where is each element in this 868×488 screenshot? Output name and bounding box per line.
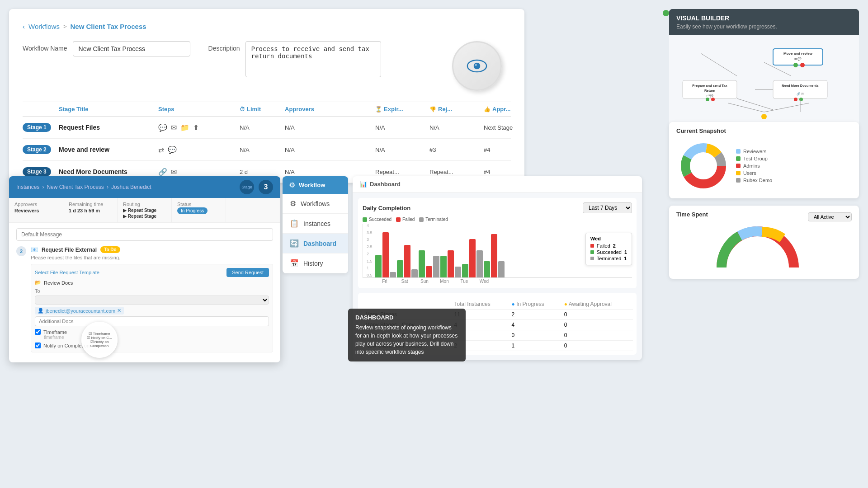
breadcrumb-workflows[interactable]: Workflows [28, 23, 60, 30]
visual-builder-panel: VISUAL BUILDER Easily see how your workf… [669, 9, 859, 139]
snapshot-title: Current Snapshot [676, 127, 852, 134]
dashboard-tooltip-overlay: DASHBOARD Review snapshots of ongoing wo… [348, 309, 466, 361]
day-sun: Sun [415, 279, 434, 284]
vb-title: VISUAL BUILDER [676, 14, 852, 22]
folder-docs-icon: 📂 [35, 280, 41, 286]
visual-eye-icon[interactable] [452, 41, 502, 91]
additional-docs-input[interactable] [35, 316, 269, 326]
table-row: Stage 1 Request Files 💬 ✉ 📁 ⬆ N/A N/A N/… [23, 117, 511, 139]
workflow-name-label: Workflow Name [23, 41, 67, 52]
remove-email-icon[interactable]: ✕ [117, 308, 121, 314]
svg-text:⇄ 💬: ⇄ 💬 [706, 94, 714, 98]
sidebar-item-dashboard[interactable]: 🔄 Dashboard [283, 234, 348, 253]
stage-number: Stage [240, 180, 254, 194]
day-wed: Wed [475, 279, 494, 284]
instances-icon: 📋 [290, 219, 299, 228]
legend-users: Users [736, 170, 852, 176]
tooltip-overlay-body: Review snapshots of ongoing workflows fo… [355, 324, 458, 356]
legend-failed-label: Failed [402, 217, 415, 222]
sidebar-item-workflows[interactable]: ⚙ Workflows [283, 194, 348, 214]
stage1-rejected: N/A [429, 124, 484, 131]
legend-succeeded-label: Succeeded [369, 217, 392, 222]
dashboard-header-title: Dashboard [370, 181, 401, 188]
legend-test-group-label: Test Group [743, 156, 768, 161]
row-progress-4: 1 [508, 341, 561, 351]
time-spent-chart [676, 222, 852, 273]
main-workflow-panel: ‹ Workflows > New Client Tax Process Wor… [9, 9, 524, 183]
tooltip-failed-label: Failed [597, 243, 610, 249]
send-request-button[interactable]: Send Request [226, 268, 269, 277]
workflow-name-input[interactable] [73, 41, 190, 56]
stage2-approved: #4 [484, 146, 538, 153]
timeframe-row: Timeframe [35, 329, 269, 335]
sidebar-item-instances[interactable]: 📋 Instances [283, 214, 348, 234]
tooltip-terminated-label: Terminated [597, 256, 621, 261]
period-select[interactable]: Last 7 Days Last 30 Days [583, 202, 632, 213]
tooltip-terminated-value: 1 [624, 256, 627, 261]
th-approvers: Approvers [285, 106, 375, 113]
step-content: 📧 Request File External To Do Please req… [31, 246, 273, 352]
stage2-limit: N/A [240, 146, 285, 153]
stage2-title: Move and review [59, 146, 158, 153]
email-address: jbenedict@youraccountant.com [46, 308, 115, 314]
chart-title: Daily Completion [363, 205, 410, 211]
svg-rect-19 [773, 80, 827, 99]
bar-group-mon [440, 250, 461, 277]
stage3-body: 2 📧 Request File External To Do Please r… [9, 223, 280, 362]
snapshot-donut-chart [676, 139, 731, 193]
time-filter-select[interactable]: All Active Last 7 Days [808, 212, 852, 221]
routing-cell: Routing ▶ Repeat Stage ▶ Repeat Stage [118, 198, 172, 222]
svg-line-24 [737, 99, 773, 110]
bar-group-sun [419, 250, 439, 277]
svg-text:Return: Return [704, 89, 716, 93]
legend-succeeded: Succeeded [363, 217, 392, 222]
svg-text:Move and review: Move and review [783, 52, 813, 56]
th-rejected: 👎 Rej... [429, 106, 484, 113]
bar-chart-wrapper: 43.532.521.510.5 [363, 224, 632, 284]
description-textarea[interactable]: Process to receive and send tax return d… [245, 41, 381, 77]
stage3-header: Instances › New Client Tax Process › Jos… [9, 176, 280, 198]
share-icon: 🔗 [158, 168, 167, 176]
current-snapshot-panel: Current Snapshot Reviewers [669, 122, 859, 198]
stage3-approved: #4 [484, 169, 538, 175]
recipient-select[interactable] [35, 296, 269, 305]
svg-text:Need More Documents: Need More Documents [782, 84, 818, 88]
workflow-nav-label: Workflow [299, 182, 325, 188]
time-spent-title: Time Spent [676, 211, 708, 218]
notify-checkbox[interactable] [35, 343, 41, 348]
stage1-approved: Next Stage [484, 124, 538, 131]
workflow-name-group: Workflow Name [23, 41, 190, 56]
dashboard-header-icon: 📊 [360, 181, 367, 188]
back-arrow-icon[interactable]: ‹ [23, 23, 25, 30]
stage3-title: Need More Documents [59, 168, 158, 175]
legend-failed: Failed [396, 217, 415, 222]
legend-users-label: Users [743, 170, 756, 176]
chart-day-labels: Fri Sat Sun Mon Tue Wed [363, 279, 632, 284]
folder-icon: 📁 [180, 123, 189, 132]
review-docs-row: 📂 Review Docs [35, 280, 269, 286]
row-awaiting-3: 0 [561, 330, 633, 341]
sidebar-item-history[interactable]: 📅 History [283, 253, 348, 273]
legend-admins: Admins [736, 163, 852, 169]
step-item: 2 📧 Request File External To Do Please r… [16, 246, 273, 352]
workflow-form: Workflow Name Description Process to rec… [23, 41, 511, 91]
th-approved: 👍 Appr... [484, 106, 538, 113]
stage1-limit: N/A [240, 124, 285, 131]
bar-group-sat [397, 245, 418, 277]
default-message-input[interactable] [16, 228, 273, 241]
timeframe-checkbox[interactable] [35, 329, 41, 335]
row-progress-1: 2 [508, 310, 561, 320]
gear-icon-nav: ⚙ [289, 181, 295, 189]
stage3-limit: 2 d [240, 169, 285, 175]
legend-reviewers-label: Reviewers [743, 149, 766, 154]
user-icon: 👤 [38, 308, 44, 314]
row-awaiting-4: 0 [561, 341, 633, 351]
row-awaiting-2: 0 [561, 320, 633, 330]
timeframe-label: Timeframe [43, 329, 67, 335]
dashboard-nav-label: Dashboard [303, 240, 336, 247]
day-sat: Sat [395, 279, 414, 284]
vb-subtitle: Easily see how your workflow progresses. [676, 23, 852, 30]
legend-admins-label: Admins [743, 163, 760, 169]
svg-point-2 [475, 64, 477, 66]
select-template-link[interactable]: Select File Request Template [35, 270, 99, 275]
